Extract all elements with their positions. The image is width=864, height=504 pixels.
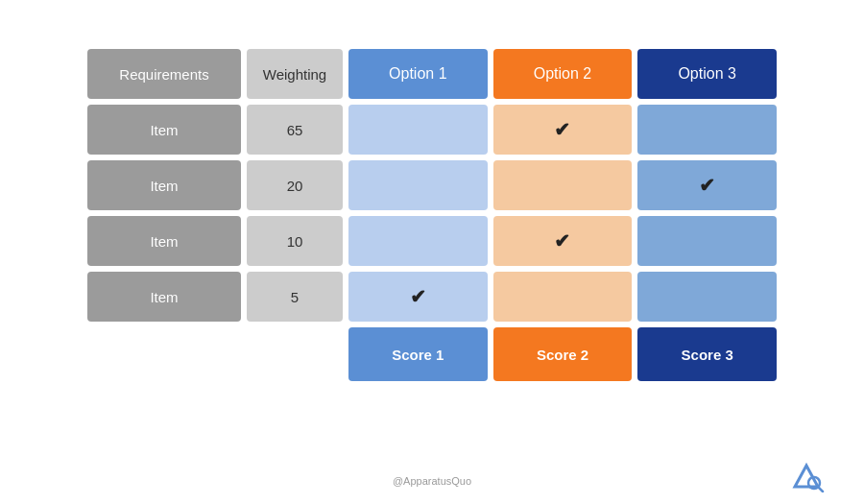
table-row: Item 20 ✔ (87, 160, 777, 210)
item-label: Item (87, 272, 241, 322)
logo (787, 454, 826, 492)
cell-r3-opt1 (348, 216, 488, 266)
cell-r1-opt1 (348, 105, 488, 155)
table-row: Item 5 ✔ (87, 272, 777, 322)
weighting-value: 65 (247, 105, 343, 155)
option3-header: Option 3 (637, 49, 777, 99)
cell-r4-opt1: ✔ (348, 272, 488, 322)
weighting-value: 10 (247, 216, 343, 266)
item-label: Item (87, 105, 241, 155)
cell-r2-opt1 (348, 160, 488, 210)
logo-icon (787, 454, 826, 492)
checkmark-icon: ✔ (699, 175, 715, 196)
table-row: Item 10 ✔ (87, 216, 777, 266)
score3-cell: Score 3 (637, 327, 777, 381)
cell-r3-opt3 (637, 216, 777, 266)
cell-r4-opt2 (493, 272, 633, 322)
score-row: Score 1 Score 2 Score 3 (87, 327, 777, 381)
score-empty-weight (247, 327, 343, 381)
requirements-header: Requirements (87, 49, 241, 99)
cell-r3-opt2: ✔ (493, 216, 633, 266)
score2-cell: Score 2 (493, 327, 633, 381)
option2-header: Option 2 (493, 49, 633, 99)
attribution-text: @ApparatusQuo (393, 475, 471, 487)
score1-cell: Score 1 (348, 327, 488, 381)
cell-r1-opt3 (637, 105, 777, 155)
weighting-header: Weighting (247, 49, 343, 99)
header-row: Requirements Weighting Option 1 Option 2… (87, 49, 777, 99)
svg-line-2 (818, 487, 823, 492)
weighting-value: 5 (247, 272, 343, 322)
weighting-value: 20 (247, 160, 343, 210)
option1-header: Option 1 (348, 49, 488, 99)
cell-r2-opt2 (493, 160, 633, 210)
table-row: Item 65 ✔ (87, 105, 777, 155)
item-label: Item (87, 160, 241, 210)
comparison-table: Requirements Weighting Option 1 Option 2… (82, 43, 782, 387)
score-empty-req (87, 327, 241, 381)
checkmark-icon: ✔ (554, 119, 570, 140)
cell-r1-opt2: ✔ (493, 105, 633, 155)
checkmark-icon: ✔ (410, 286, 426, 307)
checkmark-icon: ✔ (554, 230, 570, 252)
cell-r4-opt3 (637, 272, 777, 322)
main-table-container: Requirements Weighting Option 1 Option 2… (82, 43, 782, 387)
item-label: Item (87, 216, 241, 266)
cell-r2-opt3: ✔ (637, 160, 777, 210)
